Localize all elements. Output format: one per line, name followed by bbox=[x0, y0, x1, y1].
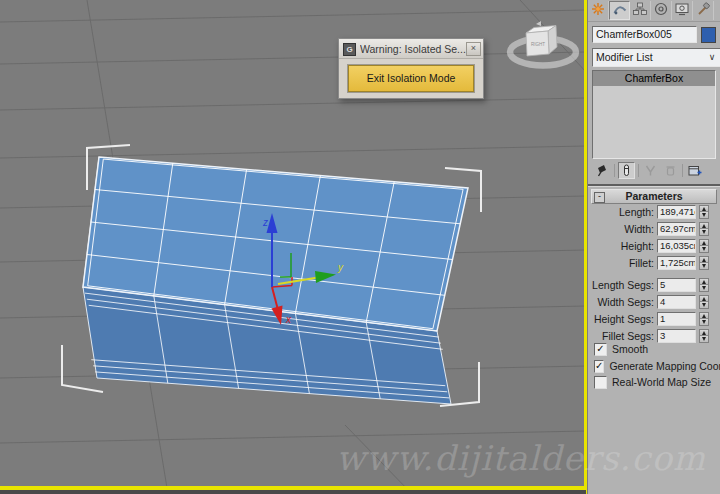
fillet-field[interactable]: 1,725cm bbox=[657, 256, 696, 270]
rollout-title: Parameters bbox=[625, 190, 682, 202]
param-label: Width: bbox=[588, 223, 657, 235]
toolbar-separator bbox=[614, 164, 615, 177]
tab-hierarchy[interactable] bbox=[630, 1, 651, 20]
utilities-icon bbox=[696, 2, 710, 20]
height-segs-field[interactable]: 1 bbox=[657, 312, 696, 326]
param-label: Width Segs: bbox=[588, 296, 657, 308]
param-label: Height Segs: bbox=[588, 313, 657, 325]
checkbox-label: Smooth bbox=[612, 343, 648, 355]
param-row-height: Height: 16,035cm bbox=[588, 238, 716, 253]
length-spinner[interactable] bbox=[699, 205, 709, 219]
real-world-map-size-checkbox[interactable] bbox=[594, 376, 607, 389]
height-field[interactable]: 16,035cm bbox=[657, 239, 696, 253]
viewcube-face-label: RIGHT bbox=[531, 42, 545, 47]
spinner-down[interactable] bbox=[700, 302, 708, 308]
hierarchy-icon bbox=[633, 2, 647, 20]
param-row-length-segs: Length Segs: 5 bbox=[588, 277, 716, 292]
motion-icon bbox=[654, 2, 668, 20]
exit-isolation-mode-button[interactable]: Exit Isolation Mode bbox=[348, 65, 474, 92]
viewport-bottom-edge bbox=[0, 490, 586, 494]
isolation-warning-dialog: G Warning: Isolated Se... × Exit Isolati… bbox=[338, 38, 484, 99]
modifier-stack-list[interactable]: ChamferBox bbox=[592, 70, 716, 159]
spinner-down[interactable] bbox=[700, 285, 708, 291]
tab-modify[interactable] bbox=[609, 1, 630, 20]
parameters-rollout-header[interactable]: - Parameters bbox=[591, 189, 717, 204]
make-unique-icon[interactable] bbox=[642, 162, 659, 179]
toolbar-separator bbox=[682, 164, 683, 177]
fillet-segs-spinner[interactable] bbox=[699, 329, 709, 343]
max-app-icon: G bbox=[343, 43, 356, 56]
modify-icon bbox=[613, 2, 627, 20]
param-label: Length Segs: bbox=[588, 279, 657, 291]
checkbox-label: Generate Mapping Coords. bbox=[609, 360, 720, 372]
close-icon[interactable]: × bbox=[466, 42, 481, 56]
tab-create[interactable] bbox=[588, 1, 609, 20]
spinner-down[interactable] bbox=[700, 229, 708, 235]
object-name-field[interactable]: ChamferBox005 bbox=[592, 26, 697, 43]
remove-modifier-icon[interactable] bbox=[662, 162, 679, 179]
param-label: Height: bbox=[588, 240, 657, 252]
active-viewport-border-right bbox=[584, 0, 587, 494]
checkbox-row-mapping-coords: ✓ Generate Mapping Coords. bbox=[594, 359, 718, 373]
length-segs-spinner[interactable] bbox=[699, 278, 709, 292]
viewport-scene: z y x RIGHT bbox=[0, 0, 586, 494]
width-spinner[interactable] bbox=[699, 222, 709, 236]
modifier-list-dropdown[interactable]: Modifier List ∨ bbox=[592, 48, 720, 67]
dialog-titlebar[interactable]: G Warning: Isolated Se... × bbox=[339, 39, 483, 59]
viewcube[interactable]: RIGHT bbox=[510, 21, 576, 66]
param-row-height-segs: Height Segs: 1 bbox=[588, 311, 716, 326]
application-window: z y x RIGHT G Warning: Isolated Se... × bbox=[0, 0, 720, 494]
param-row-fillet-segs: Fillet Segs: 3 bbox=[588, 328, 716, 343]
param-row-width-segs: Width Segs: 4 bbox=[588, 294, 716, 309]
spinner-down[interactable] bbox=[700, 212, 708, 218]
checkbox-row-real-world-map: Real-World Map Size bbox=[594, 375, 718, 389]
fillet-spinner[interactable] bbox=[699, 256, 709, 270]
pin-stack-icon[interactable] bbox=[594, 162, 611, 179]
param-label: Length: bbox=[588, 206, 657, 218]
spinner-down[interactable] bbox=[700, 336, 708, 342]
checkbox-label: Real-World Map Size bbox=[612, 376, 711, 388]
width-field[interactable]: 62,97cm bbox=[657, 222, 696, 236]
tab-motion[interactable] bbox=[651, 1, 672, 20]
object-color-swatch[interactable] bbox=[701, 27, 716, 43]
tab-utilities[interactable] bbox=[693, 1, 714, 20]
height-segs-spinner[interactable] bbox=[699, 312, 709, 326]
smooth-checkbox[interactable]: ✓ bbox=[594, 343, 607, 356]
fillet-segs-field[interactable]: 3 bbox=[657, 329, 696, 343]
command-panel: ChamferBox005 Modifier List ∨ ChamferBox… bbox=[588, 0, 720, 494]
param-row-fillet: Fillet: 1,725cm bbox=[588, 255, 716, 270]
chamferbox-object[interactable] bbox=[83, 157, 468, 404]
checkbox-row-smooth: ✓ Smooth bbox=[594, 342, 718, 356]
perspective-viewport[interactable]: z y x RIGHT bbox=[0, 0, 586, 494]
length-field[interactable]: 189,471cm bbox=[657, 205, 696, 219]
modifier-stack-toolbar bbox=[590, 160, 718, 180]
param-label: Fillet Segs: bbox=[588, 330, 657, 342]
width-segs-field[interactable]: 4 bbox=[657, 295, 696, 309]
param-row-length: Length: 189,471cm bbox=[588, 204, 716, 219]
toolbar-separator bbox=[638, 164, 639, 177]
create-icon bbox=[591, 2, 605, 20]
param-row-width: Width: 62,97cm bbox=[588, 221, 716, 236]
length-segs-field[interactable]: 5 bbox=[657, 278, 696, 292]
display-icon bbox=[675, 2, 689, 20]
axis-label-x: x bbox=[285, 314, 292, 325]
spinner-down[interactable] bbox=[700, 263, 708, 269]
dialog-title: Warning: Isolated Se... bbox=[360, 43, 466, 55]
param-label: Fillet: bbox=[588, 257, 657, 269]
height-spinner[interactable] bbox=[699, 239, 709, 253]
configure-modifier-sets-icon[interactable] bbox=[686, 162, 703, 179]
modifier-stack-item[interactable]: ChamferBox bbox=[593, 71, 715, 86]
command-panel-tabs bbox=[588, 0, 720, 22]
axis-label-z: z bbox=[262, 217, 268, 228]
width-segs-spinner[interactable] bbox=[699, 295, 709, 309]
chevron-down-icon: ∨ bbox=[706, 49, 718, 66]
tab-display[interactable] bbox=[672, 1, 693, 20]
spinner-down[interactable] bbox=[700, 246, 708, 252]
spinner-down[interactable] bbox=[700, 319, 708, 325]
panel-divider bbox=[588, 184, 720, 187]
modifier-list-label: Modifier List bbox=[596, 49, 706, 66]
generate-mapping-coords-checkbox[interactable]: ✓ bbox=[594, 360, 604, 373]
rollout-collapse-icon[interactable]: - bbox=[594, 192, 605, 203]
show-end-result-icon[interactable] bbox=[618, 162, 635, 179]
axis-label-y: y bbox=[337, 262, 344, 273]
